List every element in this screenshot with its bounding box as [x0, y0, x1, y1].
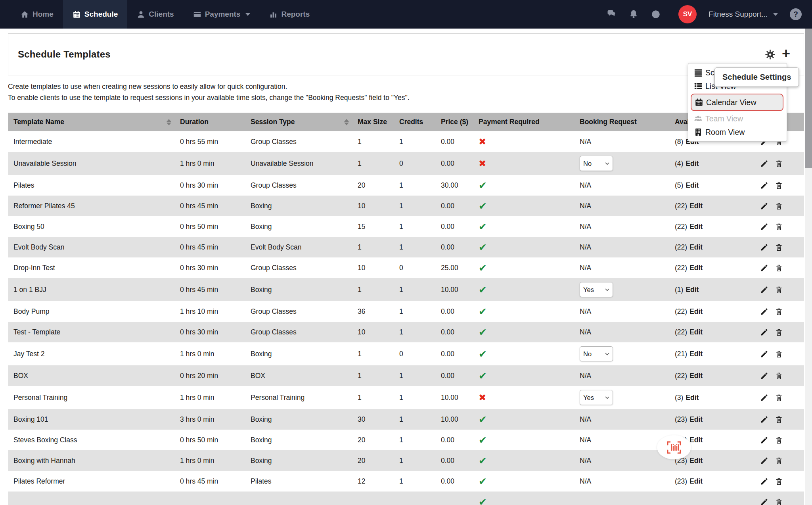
delete-trash-icon[interactable]	[775, 286, 783, 294]
delete-trash-icon[interactable]	[775, 457, 783, 465]
availability-count: (4)	[675, 159, 683, 168]
nav-item-home[interactable]: Home	[11, 0, 63, 29]
delete-trash-icon[interactable]	[775, 328, 783, 336]
chat-icon[interactable]	[606, 9, 617, 19]
nav-item-schedule[interactable]: Schedule	[63, 0, 127, 29]
availability-edit-link[interactable]: Edit	[689, 202, 703, 210]
table-row: Unavailable Session 1 hrs 0 min Unavaila…	[8, 152, 804, 175]
availability-edit-link[interactable]: Edit	[689, 436, 703, 444]
cell-payment-required: ✔ ✖	[473, 152, 574, 175]
delete-trash-icon[interactable]	[775, 498, 783, 505]
schedule-settings-tooltip: Schedule Settings	[714, 67, 799, 87]
cell-credits: 1	[394, 196, 435, 216]
availability-edit-link[interactable]: Edit	[689, 415, 703, 424]
delete-trash-icon[interactable]	[775, 307, 783, 316]
edit-pencil-icon[interactable]	[760, 394, 768, 402]
availability-edit-link[interactable]: Edit	[689, 264, 703, 272]
edit-pencil-icon[interactable]	[760, 328, 768, 336]
cell-availability: (22) Edit	[669, 301, 755, 322]
availability-edit-link[interactable]: Edit	[686, 159, 699, 168]
delete-trash-icon[interactable]	[775, 159, 783, 168]
availability-edit-link[interactable]: Edit	[689, 307, 703, 316]
cell-booking-request: No	[574, 342, 669, 365]
edit-pencil-icon[interactable]	[760, 457, 768, 465]
booking-request-select[interactable]: No	[580, 346, 613, 361]
cell-session-type: Unavailable Session	[245, 152, 352, 175]
header-template-name[interactable]: Template Name	[8, 113, 174, 131]
menu-item-calendar-view[interactable]: Calendar View	[691, 94, 783, 111]
edit-pencil-icon[interactable]	[760, 372, 768, 380]
availability-edit-link[interactable]: Edit	[689, 223, 703, 231]
edit-pencil-icon[interactable]	[760, 202, 768, 210]
check-icon: ✔	[479, 200, 487, 212]
nav-item-reports[interactable]: Reports	[260, 0, 319, 29]
menu-item-room-view[interactable]: Room View	[688, 125, 787, 139]
availability-edit-link[interactable]: Edit	[689, 350, 703, 358]
cell-price: 0.00	[435, 365, 473, 386]
delete-trash-icon[interactable]	[775, 223, 783, 231]
edit-pencil-icon[interactable]	[760, 159, 768, 168]
booking-request-select[interactable]: Yes	[580, 390, 613, 405]
delete-trash-icon[interactable]	[775, 264, 783, 272]
delete-trash-icon[interactable]	[775, 202, 783, 210]
calendar-icon	[695, 98, 703, 107]
cell-payment-required: ✔ ✖	[473, 409, 574, 430]
edit-pencil-icon[interactable]	[760, 264, 768, 272]
cell-availability: (22) Edit	[669, 322, 755, 342]
edit-pencil-icon[interactable]	[760, 307, 768, 316]
edit-pencil-icon[interactable]	[760, 223, 768, 231]
help-icon[interactable]: ?	[790, 8, 802, 20]
nav-item-label: Schedule	[84, 10, 118, 19]
booking-request-select[interactable]: No	[580, 156, 613, 171]
delete-trash-icon[interactable]	[775, 415, 783, 424]
delete-trash-icon[interactable]	[775, 372, 783, 380]
delete-trash-icon[interactable]	[775, 243, 783, 252]
edit-pencil-icon[interactable]	[760, 243, 768, 252]
nav-item-payments[interactable]: Payments	[184, 0, 260, 29]
menu-item-team-view[interactable]: Team View	[688, 112, 787, 125]
account-menu[interactable]: Fitness Support...	[709, 10, 778, 19]
cell-actions	[755, 471, 804, 492]
cell-max-size: 20	[352, 175, 394, 196]
availability-edit-link[interactable]: Edit	[689, 243, 703, 252]
edit-pencil-icon[interactable]	[760, 350, 768, 358]
edit-pencil-icon[interactable]	[760, 415, 768, 424]
availability-edit-link[interactable]: Edit	[689, 328, 703, 336]
edit-pencil-icon[interactable]	[760, 286, 768, 294]
availability-edit-link[interactable]: Edit	[689, 372, 703, 380]
availability-edit-link[interactable]: Edit	[686, 181, 699, 190]
delete-trash-icon[interactable]	[775, 181, 783, 190]
booking-request-select[interactable]: Yes	[580, 282, 613, 297]
sort-icon[interactable]	[167, 119, 171, 125]
edit-pencil-icon[interactable]	[760, 436, 768, 444]
cell-max-size: 1	[352, 152, 394, 175]
notifications-bell-icon[interactable]	[628, 9, 639, 19]
delete-trash-icon[interactable]	[775, 477, 783, 486]
nav-item-clients[interactable]: Clients	[127, 0, 183, 29]
header-payment-required: Payment Required	[473, 113, 574, 131]
availability-edit-link[interactable]: Edit	[686, 286, 699, 294]
delete-trash-icon[interactable]	[775, 436, 783, 444]
delete-trash-icon[interactable]	[775, 350, 783, 358]
history-clock-icon[interactable]	[651, 9, 661, 19]
avatar[interactable]: SV	[678, 5, 697, 23]
edit-pencil-icon[interactable]	[760, 477, 768, 486]
header-session-type[interactable]: Session Type	[245, 113, 352, 131]
cell-duration: 3 hrs 0 min	[174, 409, 245, 430]
cell-payment-required: ✔ ✖	[473, 322, 574, 342]
delete-trash-icon[interactable]	[775, 394, 783, 402]
gear-icon[interactable]	[765, 49, 776, 60]
cell-availability: (22) Edit	[669, 196, 755, 216]
sort-icon[interactable]	[344, 119, 349, 125]
add-template-plus-icon[interactable]: +	[782, 46, 790, 61]
availability-edit-link[interactable]: Edit	[689, 457, 703, 465]
cell-price: 0.00	[435, 152, 473, 175]
edit-pencil-icon[interactable]	[760, 498, 768, 505]
cell-booking-request: Yes	[574, 278, 669, 301]
edit-pencil-icon[interactable]	[760, 181, 768, 190]
availability-edit-link[interactable]: Edit	[686, 394, 699, 402]
scrollbar-thumb[interactable]	[805, 29, 812, 168]
availability-edit-link[interactable]: Edit	[689, 477, 703, 486]
scan-logo-button[interactable]	[657, 435, 691, 459]
table-row: Test - Template 0 hrs 30 min Group Class…	[8, 322, 804, 342]
